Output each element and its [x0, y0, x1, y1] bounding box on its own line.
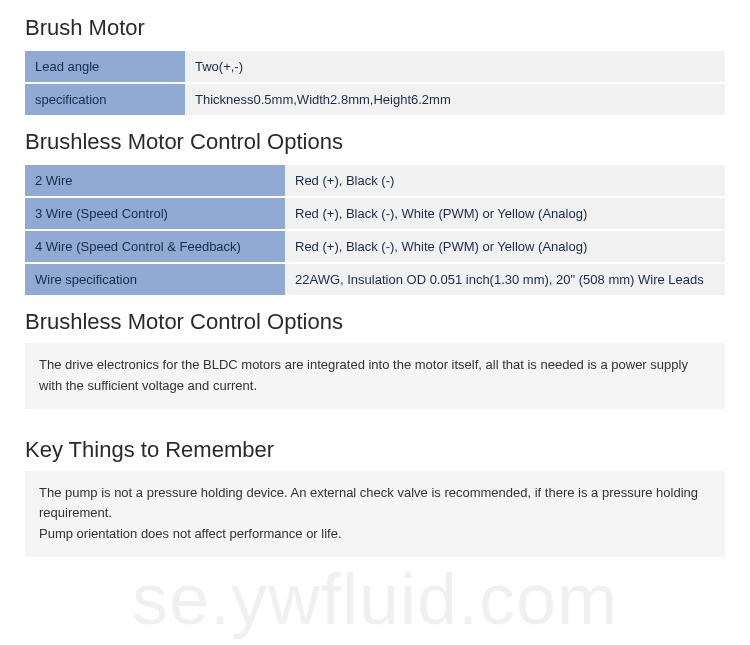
spec-label: 2 Wire [25, 165, 285, 196]
spec-value: Red (+), Black (-) [285, 165, 725, 196]
table-row: 2 Wire Red (+), Black (-) [25, 165, 725, 196]
control-options-info: The drive electronics for the BLDC motor… [25, 343, 725, 409]
control-options-table: 2 Wire Red (+), Black (-) 3 Wire (Speed … [25, 163, 725, 297]
spec-label: Wire specification [25, 264, 285, 295]
table-row: Wire specification 22AWG, Insulation OD … [25, 264, 725, 295]
key-things-info: The pump is not a pressure holding devic… [25, 471, 725, 557]
spec-value: 22AWG, Insulation OD 0.051 inch(1.30 mm)… [285, 264, 725, 295]
key-things-title: Key Things to Remember [25, 437, 725, 463]
control-options-title-1: Brushless Motor Control Options [25, 129, 725, 155]
spec-label: Lead angle [25, 51, 185, 82]
table-row: specification Thickness0.5mm,Width2.8mm,… [25, 84, 725, 115]
spec-label: 3 Wire (Speed Control) [25, 198, 285, 229]
spec-value: Red (+), Black (-), White (PWM) or Yello… [285, 231, 725, 262]
spec-label: 4 Wire (Speed Control & Feedback) [25, 231, 285, 262]
spec-label: specification [25, 84, 185, 115]
brush-motor-title: Brush Motor [25, 15, 725, 41]
table-row: Lead angle Two(+,-) [25, 51, 725, 82]
spec-value: Two(+,-) [185, 51, 725, 82]
table-row: 4 Wire (Speed Control & Feedback) Red (+… [25, 231, 725, 262]
table-row: 3 Wire (Speed Control) Red (+), Black (-… [25, 198, 725, 229]
spec-value: Thickness0.5mm,Width2.8mm,Height6.2mm [185, 84, 725, 115]
control-options-title-2: Brushless Motor Control Options [25, 309, 725, 335]
watermark-text: se.ywfluid.com [0, 558, 750, 640]
brush-motor-table: Lead angle Two(+,-) specification Thickn… [25, 49, 725, 117]
spec-value: Red (+), Black (-), White (PWM) or Yello… [285, 198, 725, 229]
